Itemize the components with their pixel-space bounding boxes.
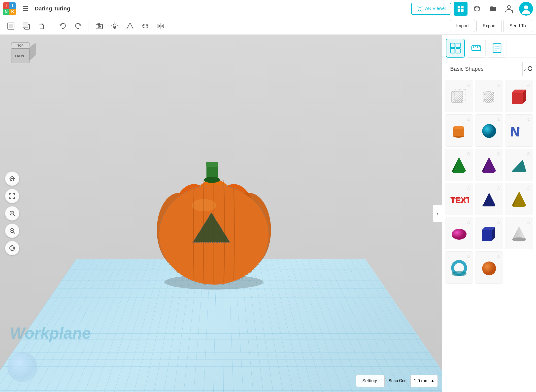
svg-rect-1 bbox=[458, 6, 460, 8]
shape-box-blue[interactable]: ☆ bbox=[475, 217, 503, 249]
shape-star-prism-blue[interactable]: ☆ bbox=[496, 185, 501, 191]
tab-notes[interactable] bbox=[488, 39, 506, 58]
shape-cylinder[interactable]: ☆ bbox=[445, 114, 473, 147]
grid-view-button[interactable] bbox=[454, 2, 468, 16]
shape-star-orange[interactable]: ☆ bbox=[496, 254, 501, 260]
svg-rect-112 bbox=[482, 230, 492, 241]
files-button[interactable] bbox=[486, 2, 500, 16]
svg-line-26 bbox=[116, 24, 116, 24]
notes-tab-icon bbox=[492, 43, 502, 54]
search-button[interactable] bbox=[527, 62, 532, 76]
shape-star-sphere[interactable]: ☆ bbox=[496, 117, 501, 123]
shape-star-box-blue[interactable]: ☆ bbox=[496, 219, 501, 225]
svg-rect-15 bbox=[40, 25, 43, 29]
undo-button[interactable] bbox=[56, 19, 70, 33]
view-cube[interactable]: TOP FRONT bbox=[7, 42, 35, 72]
shape-star-box-hole[interactable]: ☆ bbox=[466, 82, 471, 88]
shape-search-input[interactable] bbox=[446, 62, 522, 76]
home-view-button[interactable] bbox=[5, 171, 19, 186]
shape-star-text-red[interactable]: ☆ bbox=[466, 185, 471, 191]
compass-globe bbox=[7, 352, 37, 382]
svg-point-21 bbox=[113, 24, 116, 27]
svg-rect-14 bbox=[23, 23, 28, 28]
shape-orange[interactable]: ☆ bbox=[475, 251, 503, 284]
send-to-button[interactable]: Send To bbox=[503, 20, 532, 32]
svg-text:N: N bbox=[510, 125, 521, 139]
svg-point-111 bbox=[452, 229, 467, 240]
settings-button[interactable]: Settings bbox=[356, 375, 385, 387]
shape-wedge[interactable]: ☆ bbox=[505, 149, 533, 181]
tab-ruler[interactable] bbox=[467, 39, 486, 58]
shape-cylinder-hole[interactable]: ☆ bbox=[475, 80, 503, 112]
folder-icon bbox=[490, 5, 497, 12]
search-icon bbox=[527, 65, 532, 73]
shape-star-cone[interactable]: ☆ bbox=[526, 219, 531, 225]
avatar-icon bbox=[521, 4, 531, 14]
shape-star-pyramid-yellow[interactable]: ☆ bbox=[526, 185, 531, 191]
bottom-controls: Settings Snap Grid 1.0 mm ▲ bbox=[356, 375, 438, 387]
shape-star-cylinder-hole[interactable]: ☆ bbox=[496, 82, 501, 88]
shape-box-hole[interactable]: ☆ bbox=[445, 80, 473, 112]
user-avatar[interactable] bbox=[519, 2, 533, 16]
shape-button[interactable] bbox=[123, 19, 137, 33]
redo-button[interactable] bbox=[71, 19, 85, 33]
shape-star-box[interactable]: ☆ bbox=[526, 82, 531, 88]
pumpkin-model[interactable] bbox=[144, 148, 283, 292]
add-user-icon bbox=[505, 4, 514, 13]
shape-text-red[interactable]: ☆ TEXT TEXT bbox=[445, 183, 473, 215]
snap-grid-select[interactable]: 1.0 mm ▲ bbox=[410, 375, 438, 387]
shape-pyramid-purple[interactable]: ☆ bbox=[475, 149, 503, 181]
shape-text3d[interactable]: ☆ N N bbox=[505, 114, 533, 147]
shape-ellipsoid[interactable]: ☆ bbox=[445, 217, 473, 249]
delete-button[interactable] bbox=[35, 19, 49, 33]
shape-star-pyramid-purple[interactable]: ☆ bbox=[496, 151, 501, 157]
duplicate-icon bbox=[22, 22, 31, 30]
svg-rect-2 bbox=[461, 6, 464, 8]
export-button[interactable]: Export bbox=[476, 20, 502, 32]
shape-star-ellipsoid[interactable]: ☆ bbox=[466, 219, 471, 225]
ar-viewer-button[interactable]: AR Viewer bbox=[411, 3, 451, 15]
svg-point-71 bbox=[528, 66, 532, 70]
duplicate-button[interactable] bbox=[19, 19, 33, 33]
zoom-out-button[interactable] bbox=[5, 224, 19, 238]
svg-rect-47 bbox=[11, 180, 13, 181]
shape-preview-box-hole bbox=[449, 86, 469, 106]
list-view-button[interactable] bbox=[470, 2, 484, 16]
rotate-button[interactable] bbox=[138, 19, 152, 33]
tab-grid[interactable] bbox=[446, 39, 465, 58]
zoom-in-button[interactable] bbox=[5, 206, 19, 221]
menu-button[interactable]: ☰ bbox=[18, 2, 32, 16]
shape-star-text3d[interactable]: ☆ bbox=[526, 117, 531, 123]
shape-pyramid-green[interactable]: ☆ bbox=[445, 149, 473, 181]
shape-star-wedge[interactable]: ☆ bbox=[526, 151, 531, 157]
svg-marker-31 bbox=[161, 25, 164, 28]
svg-rect-12 bbox=[9, 24, 13, 28]
shape-prism-blue[interactable]: ☆ bbox=[475, 183, 503, 215]
shape-box[interactable]: ☆ bbox=[505, 80, 533, 112]
shape-cone[interactable]: ☆ bbox=[505, 217, 533, 249]
3d-view-button[interactable] bbox=[5, 241, 19, 255]
search-dropdown-button[interactable]: ⌄ bbox=[522, 62, 527, 76]
fit-view-button[interactable] bbox=[5, 189, 19, 203]
shape-star-cylinder[interactable]: ☆ bbox=[466, 117, 471, 123]
add-user-button[interactable] bbox=[503, 2, 517, 16]
logo-n: N bbox=[3, 9, 9, 15]
shape-sphere[interactable]: ☆ bbox=[475, 114, 503, 147]
secondary-toolbar: Import Export Send To bbox=[0, 17, 536, 35]
panel-collapse-button[interactable]: › bbox=[433, 205, 442, 222]
shape-star-pyramid-green[interactable]: ☆ bbox=[466, 151, 471, 157]
light-button[interactable] bbox=[108, 19, 122, 33]
canvas-area[interactable]: Workplane bbox=[0, 35, 442, 392]
shape-star-torus[interactable]: ☆ bbox=[466, 254, 471, 260]
svg-line-54 bbox=[13, 232, 15, 233]
shape-torus[interactable]: ☆ bbox=[445, 251, 473, 284]
import-button[interactable]: Import bbox=[450, 20, 475, 32]
shape-pyramid-yellow[interactable]: ☆ bbox=[505, 183, 533, 215]
app-logo: T I N K bbox=[3, 2, 16, 15]
camera-button[interactable] bbox=[92, 19, 106, 33]
shape-preview-prism-blue bbox=[479, 189, 499, 209]
zoom-in-icon bbox=[9, 210, 16, 217]
mirror-button[interactable] bbox=[154, 19, 168, 33]
new-button[interactable] bbox=[4, 19, 18, 33]
svg-marker-95 bbox=[452, 157, 466, 173]
